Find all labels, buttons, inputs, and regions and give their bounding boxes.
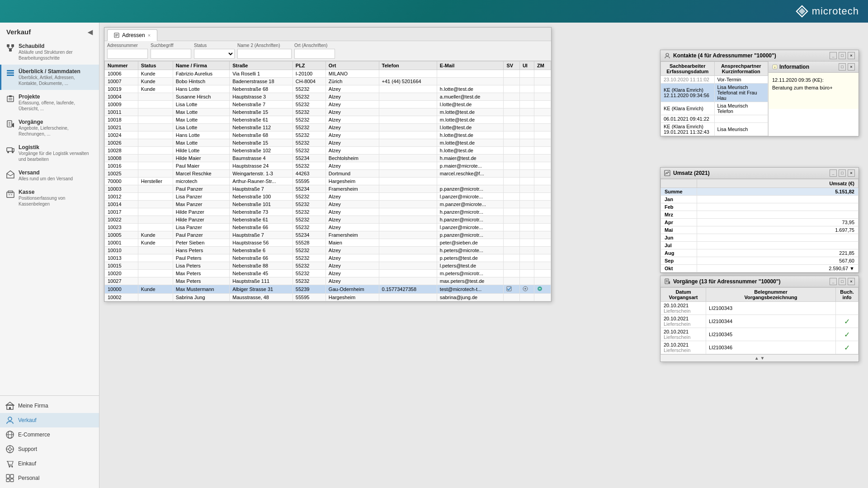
table-row[interactable]: 10026Max LotteNebenstraße 1555232Alzeym.… (105, 139, 551, 147)
sidebar-item-projekte[interactable]: Projekte Erfassung, offene, laufende, Üb… (0, 90, 99, 115)
filter-suchbegriff[interactable] (151, 49, 191, 59)
vorgaenge-minimize-btn[interactable]: _ (830, 278, 837, 285)
sidebar-bottom-einkauf[interactable]: Einkauf (0, 456, 99, 471)
table-row[interactable]: 10016Paul MaierHauptstrasse 2455232Alzey… (105, 162, 551, 170)
kontakte-minimize-btn[interactable]: _ (830, 52, 837, 59)
brand-icon (796, 5, 808, 18)
sidebar: Verkauf ◀ Schaubild Abläufe und Struktur… (0, 23, 99, 488)
svg-rect-47 (6, 479, 9, 482)
table-row[interactable]: 10024Hans LotteNebenstraße 6855232Alzeyh… (105, 131, 551, 139)
vorgang-row[interactable]: 20.10.2021Lieferschein LI2100345 ✓ (661, 328, 859, 341)
table-row[interactable]: 10007KundeBobo HintschBadenerstrasse 18C… (105, 78, 551, 85)
sidebar-item-kasse[interactable]: Kasse Positionserfassung von Kassenbeleg… (0, 185, 99, 211)
col-plz[interactable]: PLZ (292, 61, 326, 70)
table-row[interactable]: 10021Lisa LotteNebenstraße 11255232Alzey… (105, 124, 551, 131)
umsatz-mai: Mai1.697,75 (661, 226, 859, 234)
sidebar-bottom-meine-firma[interactable]: Meine Firma (0, 399, 99, 413)
uebersicht-icon (6, 69, 15, 78)
table-row[interactable]: 10004Susanne HirschHauptstrasse 355232Al… (105, 93, 551, 101)
sidebar-item-versand[interactable]: Versand Alles rund um den Versand (0, 166, 99, 185)
table-row[interactable]: 10001KundePeter SiebenHauptstrasse 56555… (105, 239, 551, 247)
vorgang-row[interactable]: 20.10.2021Lieferschein LI2100343 (661, 302, 859, 315)
umsatz-maximize-btn[interactable]: □ (839, 169, 846, 177)
vorgaenge-panel-header[interactable]: Vorgänge (13 für Adressnummer "10000") _… (660, 276, 859, 287)
vorgang-row[interactable]: 20.10.2021Lieferschein LI2100344 ✓ (661, 315, 859, 328)
filter-adressnummer[interactable] (107, 49, 148, 59)
vorgang-row[interactable]: 20.10.2021Lieferschein LI2100346 ✓ (661, 341, 859, 354)
col-telefon[interactable]: Telefon (379, 61, 437, 70)
sidebar-item-logistik[interactable]: Logistik Vorgänge für die Logistik verwa… (0, 141, 99, 166)
col-nummer[interactable]: Nummer (105, 61, 138, 70)
table-row[interactable]: 10003Paul PanzerHauptstraße 755234Framer… (105, 185, 551, 193)
table-row[interactable]: 10008Hilde MaierBaumstrasse 455234Bechto… (105, 155, 551, 162)
info-close-btn[interactable]: × (848, 63, 855, 70)
sidebar-bottom-ecommerce[interactable]: E-Commerce (0, 427, 99, 442)
umsatz-icon (664, 170, 670, 176)
table-row[interactable]: 10022Hilde PanzerNebenstraße 6155232Alze… (105, 216, 551, 224)
umsatz-jun: Jun (661, 234, 859, 242)
col-ort[interactable]: Ort (326, 61, 379, 70)
sidebar-bottom-personal[interactable]: Personal (0, 471, 99, 485)
table-row[interactable]: 10023Lisa PanzerNebenstraße 6655232Alzey… (105, 224, 551, 231)
umsatz-sep: Sep567,60 (661, 257, 859, 265)
table-row[interactable]: 10020Max PetersNebenstraße 4555232Alzeym… (105, 270, 551, 277)
umsatz-panel-header[interactable]: Umsatz (2021) _ □ × (660, 168, 859, 179)
sidebar-bottom-verkauf[interactable]: Verkauf (0, 413, 99, 427)
table-row[interactable]: 10012Lisa PanzerNebenstraße 10055232Alze… (105, 193, 551, 201)
vorgaenge-maximize-btn[interactable]: □ (839, 278, 846, 285)
tab-adressen[interactable]: Adressen × (107, 29, 157, 41)
table-row[interactable]: 10027Max PetersHauptstraße 11155232Alzey… (105, 277, 551, 285)
table-row[interactable]: 10006KundeFabrizio AureliusVia Roselli 1… (105, 70, 551, 78)
table-row[interactable]: 10019KundeHans LotteNebenstraße 6855232A… (105, 85, 551, 93)
table-row[interactable]: 10018Max LotteNebenstraße 6155232Alzeym.… (105, 116, 551, 124)
filter-ort[interactable] (294, 49, 335, 59)
col-email[interactable]: E-Mail (437, 61, 504, 70)
table-row[interactable]: 70000HerstellermicrotechArthur-Rauner-St… (105, 178, 551, 185)
sidebar-item-vorgaenge[interactable]: Vorgänge Angebote, Lieferscheine, Rechnu… (0, 115, 99, 141)
table-row[interactable]: 10025Marcel ReschkeWeingartenstr. 1-3442… (105, 170, 551, 178)
umsatz-close-btn[interactable]: × (848, 169, 855, 177)
umsatz-minimize-btn[interactable]: _ (830, 169, 837, 177)
filter-status[interactable]: Kunde Hersteller (194, 49, 235, 59)
col-sv[interactable]: SV (504, 61, 519, 70)
vorgaenge-close-btn[interactable]: × (848, 278, 855, 285)
col-name[interactable]: Name / Firma (173, 61, 230, 70)
kontakte-row[interactable]: 06.01.2021 09:41:22 (661, 115, 768, 123)
sidebar-bottom-support[interactable]: Support (0, 442, 99, 456)
info-maximize-btn[interactable]: □ (839, 63, 846, 70)
info-subpanel: Information □ × 12.11.2020 09:35 (KE):Be… (768, 61, 859, 136)
kontakte-maximize-btn[interactable]: □ (839, 52, 846, 59)
table-row[interactable]: 10013Paul PetersNebenstraße 6655232Alzey… (105, 254, 551, 262)
kontakte-row[interactable]: KE (Klara Emrich)12.11.2020 09:34:56 Lis… (661, 84, 768, 102)
table-row[interactable]: 10000KundeMax MustermannAlbiger Strasse … (105, 285, 551, 294)
tab-close-btn[interactable]: × (148, 33, 151, 38)
table-row[interactable]: 10002Sabrina JungMausstrasse, 4855595Har… (105, 294, 551, 301)
sidebar-collapse-btn[interactable]: ◀ (88, 28, 93, 36)
col-strasse[interactable]: Straße (230, 61, 293, 70)
svg-rect-13 (9, 95, 12, 97)
col-ui[interactable]: UI (519, 61, 534, 70)
sidebar-item-uebersicht[interactable]: Überblick / Stammdaten Überblick, Artike… (0, 65, 99, 90)
content-area: Adressen × Adressnummer Suchbegriff Stat… (99, 23, 868, 488)
umsatz-jan: Jan (661, 196, 859, 203)
kontakte-row[interactable]: KE (Klara Emrich)19.01.2021 11:32:43 Lis… (661, 123, 768, 136)
col-zm[interactable]: ZM (534, 61, 551, 70)
sidebar-item-schaubild[interactable]: Schaubild Abläufe und Strukturen der Bea… (0, 39, 99, 65)
kontakte-row[interactable]: 23.10.2020 11:11:02 Vor-Termin (661, 76, 768, 84)
kontakte-close-btn[interactable]: × (848, 52, 855, 59)
table-row[interactable]: 10005KundePaul PanzerHauptstraße 755234F… (105, 231, 551, 239)
table-row[interactable]: 10009Lisa LotteNebenstraße 755232Alzeyl.… (105, 101, 551, 108)
svg-rect-2 (7, 44, 9, 47)
table-row[interactable]: 10011Max LotteNebenstraße 1555232Alzeym.… (105, 108, 551, 116)
filter-name2[interactable] (237, 49, 292, 59)
table-row[interactable]: 10017Hilde PanzerNebenstraße 7355232Alze… (105, 208, 551, 216)
kontakte-panel-header[interactable]: Kontakte (4 für Adressnummer "10000") _ … (660, 50, 859, 61)
table-row[interactable]: 10010Hans PetersNebenstraße 655232Alzeyh… (105, 247, 551, 254)
table-row[interactable]: 10015Lisa PetersNebenstraße 8855232Alzey… (105, 262, 551, 270)
col-status[interactable]: Status (138, 61, 173, 70)
svg-line-8 (10, 48, 13, 49)
table-row[interactable]: 10028Hilde LotteNebenstraße 10255232Alze… (105, 147, 551, 155)
umsatz-mrz: Mrz (661, 211, 859, 219)
kontakte-row[interactable]: KE (Klara Emrich) Lisa MeurischTelefon (661, 102, 768, 115)
table-row[interactable]: 10014Max PanzerNebenstraße 10155232Alzey… (105, 201, 551, 208)
